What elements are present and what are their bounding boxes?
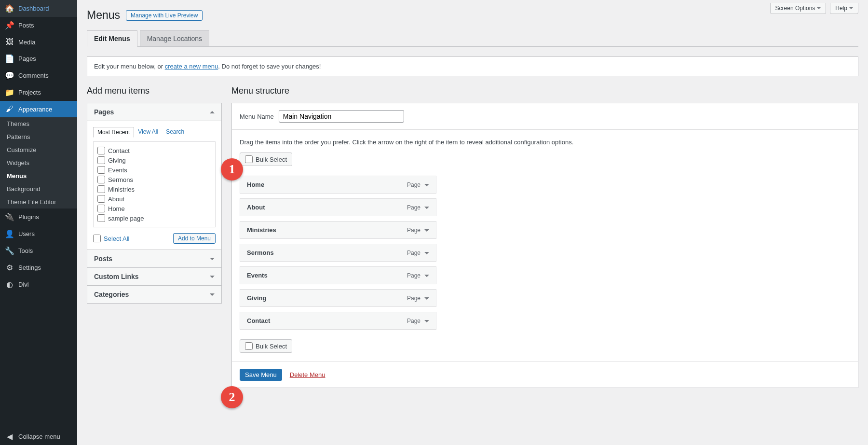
- sidebar-item-label: Divi: [18, 281, 29, 288]
- page-checklist-label: Home: [108, 205, 125, 212]
- page-checkbox[interactable]: [97, 166, 105, 174]
- page-checklist-item[interactable]: Giving: [97, 155, 211, 165]
- chevron-down-icon: [210, 276, 215, 280]
- acc-custom-links-header[interactable]: Custom Links: [87, 267, 221, 285]
- sidebar-item-settings[interactable]: ⚙Settings: [0, 259, 77, 276]
- chevron-down-icon[interactable]: [424, 252, 429, 257]
- menu-sources-accordion: Pages Most Recent View All Search Contac…: [87, 103, 222, 304]
- menu-item[interactable]: About Page: [240, 198, 436, 216]
- menu-item[interactable]: Events Page: [240, 266, 436, 284]
- sidebar-item-media[interactable]: 🖼Media: [0, 34, 77, 50]
- chevron-down-icon[interactable]: [424, 297, 429, 302]
- sidebar-item-divi[interactable]: ◐Divi: [0, 276, 77, 293]
- add-to-menu-button[interactable]: Add to Menu: [173, 233, 216, 244]
- page-checkbox[interactable]: [97, 195, 105, 203]
- sub-background[interactable]: Background: [0, 182, 77, 195]
- select-all-label: Select All: [104, 235, 129, 242]
- page-checklist-item[interactable]: About: [97, 194, 211, 204]
- sub-themes[interactable]: Themes: [0, 117, 77, 130]
- menu-name-input[interactable]: [279, 110, 404, 123]
- acc-pages-header[interactable]: Pages: [87, 103, 221, 121]
- page-checkbox[interactable]: [97, 156, 105, 164]
- collapse-icon: ◀: [5, 432, 14, 441]
- page-title: Menus: [87, 9, 120, 22]
- sidebar-item-label: Users: [18, 230, 35, 237]
- menu-item-type: Page: [407, 295, 429, 302]
- page-checkbox[interactable]: [97, 147, 105, 154]
- screen-options-tab[interactable]: Screen Options: [770, 3, 827, 14]
- sidebar-item-tools[interactable]: 🔧Tools: [0, 242, 77, 259]
- bulk-select-bottom[interactable]: Bulk Select: [240, 339, 292, 353]
- bulk-select-top[interactable]: Bulk Select: [240, 153, 292, 166]
- subtab-search[interactable]: Search: [162, 127, 188, 138]
- select-all-checkbox[interactable]: [93, 235, 101, 242]
- acc-categories-header[interactable]: Categories: [87, 285, 221, 303]
- page-checklist-item[interactable]: Ministries: [97, 184, 211, 194]
- acc-custom-links-title: Custom Links: [94, 273, 139, 280]
- acc-posts-header[interactable]: Posts: [87, 250, 221, 267]
- screen-meta: Screen Options Help: [770, 3, 858, 14]
- help-tab[interactable]: Help: [830, 3, 858, 14]
- sidebar-item-users[interactable]: 👤Users: [0, 225, 77, 242]
- chevron-down-icon[interactable]: [424, 275, 429, 279]
- sidebar-item-plugins[interactable]: 🔌Plugins: [0, 209, 77, 225]
- sidebar-item-label: Posts: [18, 22, 34, 29]
- menu-item[interactable]: Sermons Page: [240, 244, 436, 262]
- page-checklist-label: sample page: [108, 215, 144, 222]
- sidebar-item-pages[interactable]: 📄Pages: [0, 50, 77, 67]
- save-menu-button[interactable]: Save Menu: [240, 369, 282, 381]
- chevron-down-icon[interactable]: [424, 229, 429, 234]
- live-preview-button[interactable]: Manage with Live Preview: [126, 10, 203, 21]
- page-checklist-item[interactable]: sample page: [97, 213, 211, 223]
- menu-item-type: Page: [407, 204, 429, 211]
- sub-widgets[interactable]: Widgets: [0, 156, 77, 169]
- sidebar-item-appearance[interactable]: 🖌 Appearance: [0, 101, 77, 117]
- subtab-view-all[interactable]: View All: [134, 127, 162, 138]
- brush-icon: 🖌: [5, 105, 14, 113]
- menu-item[interactable]: Ministries Page: [240, 221, 436, 239]
- sub-menus[interactable]: Menus: [0, 169, 77, 182]
- chevron-down-icon[interactable]: [424, 207, 429, 211]
- page-checkbox[interactable]: [97, 205, 105, 212]
- collapse-menu[interactable]: ◀ Collapse menu: [0, 428, 77, 445]
- page-checkbox[interactable]: [97, 176, 105, 183]
- menu-item-type: Page: [407, 227, 429, 234]
- menu-icon: 📌: [5, 21, 14, 30]
- bulk-select-checkbox[interactable]: [245, 155, 253, 163]
- chevron-up-icon: [210, 109, 215, 113]
- tab-manage-locations[interactable]: Manage Locations: [140, 30, 209, 46]
- sidebar-item-projects[interactable]: 📁Projects: [0, 84, 77, 101]
- acc-pages-body: Most Recent View All Search ContactGivin…: [87, 121, 221, 250]
- notice-edit-menu: Edit your menu below, or create a new me…: [87, 56, 858, 76]
- select-all[interactable]: Select All: [93, 235, 129, 242]
- page-checklist-item[interactable]: Contact: [97, 146, 211, 155]
- sidebar-item-dashboard[interactable]: 🏠Dashboard: [0, 0, 77, 17]
- page-checklist-item[interactable]: Home: [97, 204, 211, 213]
- create-new-menu-link[interactable]: create a new menu: [165, 63, 218, 70]
- sub-customize[interactable]: Customize: [0, 143, 77, 156]
- tab-edit-menus[interactable]: Edit Menus: [87, 30, 137, 47]
- bulk-select-checkbox[interactable]: [245, 342, 253, 350]
- sub-theme-file-editor[interactable]: Theme File Editor: [0, 195, 77, 209]
- chevron-down-icon[interactable]: [424, 184, 429, 189]
- sub-patterns[interactable]: Patterns: [0, 130, 77, 143]
- menu-item-type: Page: [407, 272, 429, 279]
- sidebar-item-posts[interactable]: 📌Posts: [0, 17, 77, 34]
- page-checklist-item[interactable]: Sermons: [97, 175, 211, 184]
- menu-item[interactable]: Home Page: [240, 176, 436, 194]
- menu-item-title: Giving: [247, 294, 266, 302]
- chevron-down-icon[interactable]: [424, 320, 429, 325]
- menu-item[interactable]: Contact Page: [240, 312, 436, 330]
- menu-icon: ◐: [5, 280, 14, 289]
- menu-item[interactable]: Giving Page: [240, 289, 436, 307]
- sidebar-item-label: Tools: [18, 247, 33, 254]
- menu-item-type: Page: [407, 181, 429, 188]
- page-checkbox[interactable]: [97, 185, 105, 193]
- subtab-most-recent[interactable]: Most Recent: [93, 127, 134, 138]
- page-checklist-item[interactable]: Events: [97, 165, 211, 175]
- page-checkbox[interactable]: [97, 214, 105, 222]
- menu-structure-heading: Menu structure: [231, 86, 858, 96]
- screen-options-label: Screen Options: [775, 5, 815, 12]
- sidebar-item-comments[interactable]: 💬Comments: [0, 67, 77, 84]
- delete-menu-link[interactable]: Delete Menu: [290, 371, 326, 378]
